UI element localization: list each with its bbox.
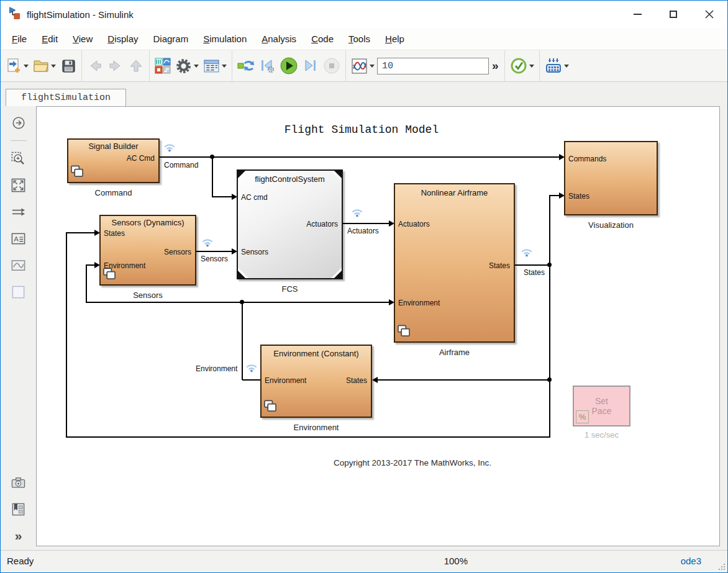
stop-button[interactable]: [321, 53, 342, 79]
wire-states-feedback[interactable]: [377, 379, 550, 381]
step-forward-icon: [303, 58, 319, 74]
maximize-button[interactable]: [655, 1, 691, 28]
new-model-dropdown[interactable]: [24, 65, 29, 68]
palette-overflow-button[interactable]: »: [9, 526, 28, 545]
hide-model-browser-button[interactable]: [9, 114, 28, 132]
model-configuration-dropdown[interactable]: [194, 65, 199, 68]
wire-states-feedback[interactable]: [66, 436, 550, 438]
block-airframe[interactable]: Nonlinear Airframe Actuators Environment…: [394, 183, 515, 343]
route-signals-button[interactable]: [9, 202, 28, 221]
menu-item-tools[interactable]: Tools: [341, 34, 378, 44]
wire-command[interactable]: [160, 156, 560, 158]
area-button[interactable]: [9, 282, 28, 301]
step-forward-button[interactable]: [301, 53, 321, 79]
tab-flightsimulation[interactable]: flightSimulation: [6, 89, 126, 106]
menu-item-file[interactable]: File: [4, 34, 34, 44]
resize-grip[interactable]: [718, 563, 726, 571]
model-canvas[interactable]: Flight Simulation Model Copyright 2013-2…: [36, 106, 720, 546]
menu-item-diagram[interactable]: Diagram: [146, 34, 196, 44]
save-model-button[interactable]: [58, 53, 78, 79]
simulation-pacing-dropdown[interactable]: [564, 65, 569, 68]
step-back-button[interactable]: [257, 53, 277, 79]
wire-states-feedback[interactable]: [66, 232, 94, 233]
image-icon: [11, 258, 26, 273]
menu-item-help[interactable]: Help: [378, 34, 412, 44]
run-button[interactable]: [278, 53, 300, 79]
model-data-editor-dropdown[interactable]: [222, 65, 227, 68]
solver-link[interactable]: ode3: [681, 556, 701, 566]
hide-browser-icon: [11, 115, 26, 130]
wire-junction: [547, 263, 552, 267]
image-button[interactable]: [9, 256, 28, 274]
block-fcs[interactable]: flightControlSystem AC cmd Sensors Actua…: [237, 169, 343, 279]
simulink-window: flightSimulation - Simulink FileEditView…: [0, 0, 728, 573]
zoom-region-button[interactable]: [9, 149, 28, 168]
palette-divider: [11, 140, 27, 141]
gear-icon: [175, 58, 192, 74]
close-button[interactable]: [691, 1, 727, 28]
model-reference-corner: [238, 271, 245, 278]
wire-states[interactable]: [550, 195, 559, 196]
up-to-parent-button[interactable]: [126, 53, 146, 79]
maximize-icon: [670, 11, 677, 18]
block-visualization[interactable]: Commands States: [564, 141, 658, 215]
model-data-editor-button[interactable]: [201, 53, 229, 79]
open-model-dropdown[interactable]: [51, 65, 56, 68]
block-name-environment: Environment: [248, 423, 384, 432]
menu-item-code[interactable]: Code: [304, 34, 341, 44]
data-inspector-icon: [351, 58, 368, 74]
library-browser-button[interactable]: [153, 53, 173, 79]
update-diagram-button[interactable]: [235, 53, 257, 79]
block-set-pace[interactable]: Set Pace %: [573, 386, 630, 426]
menu-item-edit[interactable]: Edit: [34, 34, 65, 44]
model-advisor-dropdown[interactable]: [529, 65, 534, 68]
model-configuration-button[interactable]: [173, 53, 201, 79]
port-in-actuators: Actuators: [398, 220, 430, 228]
simulation-data-inspector-button[interactable]: [349, 53, 376, 79]
open-model-button[interactable]: [31, 53, 58, 79]
port-out-sensors: Sensors: [164, 248, 191, 256]
wire-states[interactable]: [549, 195, 550, 438]
navigate-forward-button[interactable]: [106, 53, 125, 79]
block-title: Environment (Constant): [262, 349, 371, 358]
simulation-stop-time-input[interactable]: [377, 58, 489, 74]
minimize-button[interactable]: [619, 1, 655, 28]
up-arrow-icon: [128, 58, 144, 74]
wire-states[interactable]: [515, 264, 550, 266]
percent-icon: %: [576, 410, 589, 423]
simulation-pacing-button[interactable]: [543, 53, 571, 79]
viewmarks-button[interactable]: [9, 500, 28, 518]
block-name-visualization: Visualization: [552, 220, 670, 230]
navigate-back-button[interactable]: [85, 53, 105, 79]
wire-actuators[interactable]: [343, 223, 389, 224]
menu-item-simulation[interactable]: Simulation: [196, 34, 254, 44]
camera-icon: [11, 475, 26, 490]
block-environment[interactable]: Environment (Constant) Environment State…: [260, 345, 372, 418]
wire-environment[interactable]: [86, 302, 389, 303]
signal-logging-icon: [201, 237, 214, 247]
menu-item-analysis[interactable]: Analysis: [254, 34, 304, 44]
svg-text:A: A: [14, 235, 19, 242]
fit-to-view-button[interactable]: [9, 176, 28, 194]
signal-logging-icon: [350, 207, 364, 217]
block-signal-builder[interactable]: Signal Builder AC Cmd: [67, 138, 160, 183]
wire-environment[interactable]: [242, 302, 243, 380]
wire-command-branch[interactable]: [212, 156, 213, 197]
model-advisor-button[interactable]: [508, 53, 536, 79]
menu-item-display[interactable]: Display: [100, 34, 145, 44]
wire-states-feedback[interactable]: [66, 232, 67, 437]
signal-logging-icon: [520, 246, 534, 257]
screenshot-button[interactable]: [9, 473, 28, 492]
menu-item-view[interactable]: View: [65, 34, 100, 44]
step-back-icon: [259, 58, 275, 74]
toolbar-overflow-button[interactable]: »: [489, 59, 501, 73]
data-inspector-dropdown[interactable]: [370, 65, 375, 68]
annotation-icon: A: [11, 231, 26, 246]
new-model-button[interactable]: [4, 53, 30, 79]
block-sensors[interactable]: Sensors (Dynamics) States Environment Se…: [99, 215, 196, 286]
wire-sensors[interactable]: [196, 251, 232, 252]
wire-environment[interactable]: [86, 264, 94, 266]
annotation-button[interactable]: A: [9, 229, 28, 248]
wire-environment[interactable]: [242, 379, 260, 381]
wire-command-branch[interactable]: [212, 196, 232, 197]
